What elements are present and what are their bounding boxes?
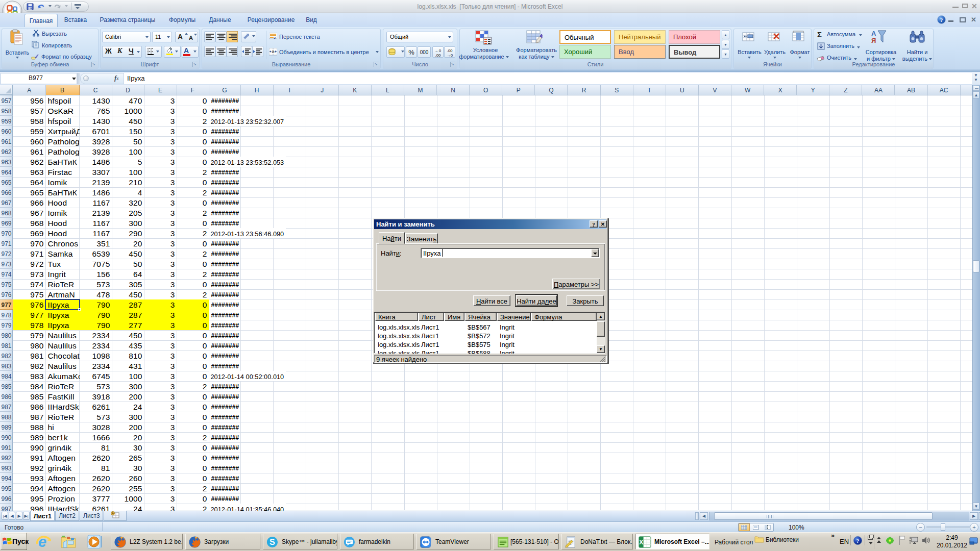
svg-text:X: X	[639, 539, 644, 546]
svg-text:А: А	[871, 30, 876, 37]
svg-text:?: ?	[856, 538, 860, 544]
svg-text:?: ?	[940, 17, 943, 23]
svg-text:Я: Я	[871, 37, 876, 44]
svg-text:S: S	[270, 537, 275, 546]
svg-text:a: a	[272, 49, 274, 54]
